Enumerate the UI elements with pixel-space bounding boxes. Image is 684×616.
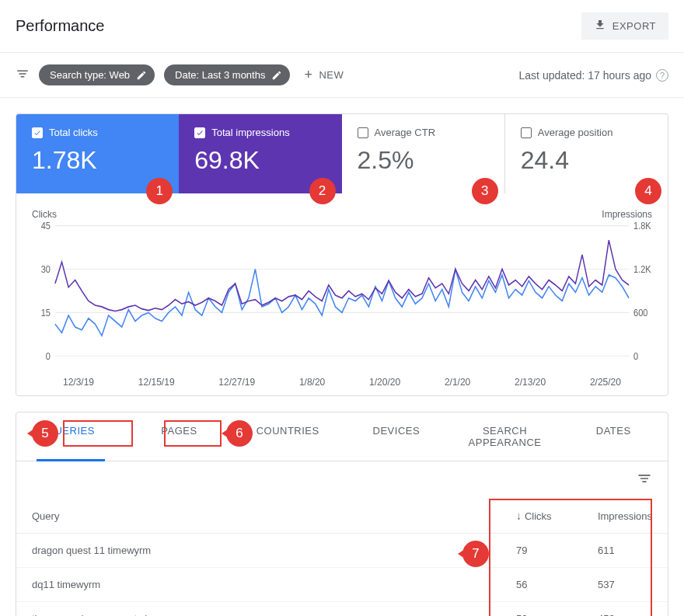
svg-text:0: 0 — [633, 350, 639, 361]
metric-tile-0[interactable]: Total clicks1.78K1 — [16, 114, 179, 193]
metric-label-text: Total clicks — [49, 127, 98, 138]
x-tick: 1/8/20 — [299, 377, 325, 388]
annotation-1: 1 — [146, 178, 173, 204]
tabs-card: QUERIESPAGESCOUNTRIESDEVICESSEARCH APPEA… — [16, 412, 668, 616]
impressions-cell: 611 — [582, 534, 668, 568]
annotation-4: 4 — [635, 178, 661, 204]
performance-chart[interactable]: 0015600301.2K451.8K — [32, 221, 652, 369]
metric-label-text: Average position — [538, 127, 613, 138]
annotation-7: 7 — [458, 541, 489, 567]
pencil-icon — [271, 70, 282, 81]
table-row[interactable]: dq11 timewyrm56537 — [16, 568, 668, 602]
query-cell: timewyrm dragon quest xi — [16, 602, 501, 617]
impressions-cell: 452 — [582, 602, 668, 617]
svg-text:15: 15 — [41, 307, 51, 318]
tab-devices[interactable]: DEVICES — [342, 412, 451, 461]
page-title: Performance — [16, 17, 105, 35]
metric-label-text: Total impressions — [211, 127, 289, 138]
x-axis: 12/3/1912/15/1912/27/191/8/201/20/202/1/… — [32, 372, 652, 388]
x-tick: 2/25/20 — [590, 377, 621, 388]
svg-text:0: 0 — [46, 350, 51, 361]
x-tick: 12/27/19 — [218, 377, 255, 388]
impressions-cell: 537 — [582, 568, 668, 602]
checkbox-icon — [358, 127, 368, 138]
checkbox-icon — [32, 127, 43, 138]
chart-area: Clicks Impressions 0015600301.2K451.8K 1… — [16, 193, 668, 395]
help-icon[interactable]: ? — [656, 69, 668, 82]
queries-table: Query ↓Clicks Impressions dragon quest 1… — [16, 499, 668, 616]
svg-text:45: 45 — [41, 221, 51, 231]
filters-bar: Search type: Web Date: Last 3 months + N… — [0, 53, 684, 98]
svg-text:1.8K: 1.8K — [633, 221, 651, 231]
x-tick: 2/13/20 — [515, 377, 546, 388]
metric-value: 2.5% — [358, 146, 489, 175]
svg-text:1.2K: 1.2K — [633, 263, 651, 274]
metrics-card: Total clicks1.78K1Total impressions69.8K… — [16, 113, 668, 396]
metric-value: 24.4 — [521, 146, 652, 175]
metric-tile-3[interactable]: Average position24.44 — [505, 114, 668, 193]
new-button-label: NEW — [319, 69, 344, 81]
table-row[interactable]: dragon quest 11 timewyrm79611 — [16, 534, 668, 568]
chip-search-type[interactable]: Search type: Web — [39, 64, 155, 85]
metric-value: 1.78K — [32, 146, 163, 175]
download-icon — [594, 19, 606, 33]
clicks-cell: 50 — [501, 602, 582, 617]
checkbox-icon — [521, 127, 532, 138]
right-axis-label: Impressions — [602, 209, 652, 220]
clicks-cell: 79 — [501, 534, 582, 568]
x-tick: 1/20/20 — [369, 377, 400, 388]
annotation-5: 5 — [27, 420, 58, 447]
new-filter-button[interactable]: + NEW — [299, 62, 348, 88]
chip-label: Search type: Web — [50, 69, 130, 81]
metric-tile-1[interactable]: Total impressions69.8K2 — [179, 114, 341, 193]
chip-label: Date: Last 3 months — [175, 69, 265, 81]
query-cell: dq11 timewyrm — [16, 568, 501, 602]
chip-date[interactable]: Date: Last 3 months — [164, 64, 290, 85]
plus-icon: + — [304, 67, 312, 83]
sort-desc-icon: ↓ — [516, 510, 522, 522]
table-row[interactable]: timewyrm dragon quest xi50452 — [16, 602, 668, 617]
last-updated-text: Last updated: 17 hours ago — [519, 69, 651, 82]
svg-text:30: 30 — [41, 263, 51, 274]
metric-value: 69.8K — [194, 146, 326, 175]
pencil-icon — [136, 70, 147, 81]
col-impressions[interactable]: Impressions — [582, 499, 668, 534]
annotation-3: 3 — [472, 178, 498, 204]
tab-pages[interactable]: PAGES — [125, 412, 234, 461]
export-label: EXPORT — [612, 20, 656, 32]
x-tick: 12/3/19 — [63, 377, 94, 388]
table-filter-icon[interactable] — [637, 471, 652, 489]
left-axis-label: Clicks — [32, 209, 57, 220]
last-updated: Last updated: 17 hours ago ? — [519, 69, 668, 82]
header: Performance EXPORT — [0, 0, 684, 53]
annotation-6: 6 — [222, 420, 253, 447]
export-button[interactable]: EXPORT — [581, 12, 668, 40]
query-cell: dragon quest 11 timewyrm — [16, 534, 501, 568]
metric-label-text: Average CTR — [375, 127, 436, 138]
col-clicks[interactable]: ↓Clicks — [501, 499, 582, 534]
x-tick: 12/15/19 — [138, 377, 175, 388]
metric-tile-2[interactable]: Average CTR2.5%3 — [342, 114, 505, 193]
tab-search-appearance[interactable]: SEARCH APPEARANCE — [451, 412, 560, 461]
svg-text:600: 600 — [633, 307, 648, 318]
checkbox-icon — [194, 127, 205, 138]
tabs-row: QUERIESPAGESCOUNTRIESDEVICESSEARCH APPEA… — [16, 412, 668, 461]
x-tick: 2/1/20 — [445, 377, 470, 388]
col-query: Query — [16, 499, 501, 534]
filter-lines-icon[interactable] — [16, 67, 30, 84]
annotation-2: 2 — [309, 178, 336, 204]
tab-dates[interactable]: DATES — [559, 412, 668, 461]
clicks-cell: 56 — [501, 568, 582, 602]
